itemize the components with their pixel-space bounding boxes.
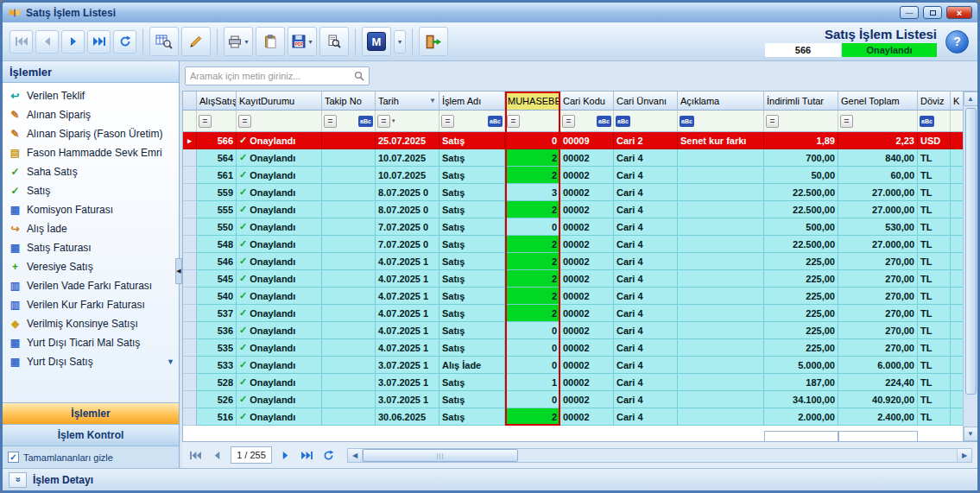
cell-doviz[interactable]: TL xyxy=(918,322,951,339)
cell-cari_unvani[interactable]: Cari 4 xyxy=(614,357,678,374)
table-row[interactable]: 546✓Onaylandı4.07.2025 1Satış200002Cari … xyxy=(183,253,963,270)
cell-cari_unvani[interactable]: Cari 4 xyxy=(614,253,678,270)
cell-k[interactable] xyxy=(951,184,963,201)
cell-muhasebe[interactable]: 2 xyxy=(505,201,560,218)
cell-durum[interactable]: ✓Onaylandı xyxy=(237,184,322,201)
cell-cari_kodu[interactable]: 00002 xyxy=(560,184,614,201)
column-header[interactable]: İşlem Adı xyxy=(439,92,505,111)
cell-cari_unvani[interactable]: Cari 4 xyxy=(614,391,678,408)
cell-no[interactable]: 540 xyxy=(197,288,237,305)
cell-aciklama[interactable] xyxy=(678,357,764,374)
cell-aciklama[interactable] xyxy=(678,149,764,167)
sidebar-panel-islem-kontrol[interactable]: İşlem Kontrol xyxy=(3,424,179,446)
cell-k[interactable] xyxy=(951,374,963,391)
table-row[interactable]: 550✓Onaylandı7.07.2025 0Satış000002Cari … xyxy=(183,218,963,236)
cell-cari_unvani[interactable]: Cari 4 xyxy=(614,149,678,167)
cell-durum[interactable]: ✓Onaylandı xyxy=(237,357,322,374)
cell-genel[interactable]: 27.000,00 xyxy=(838,236,918,253)
sidebar-item[interactable]: ▥Verilen Kur Farkı Faturası xyxy=(3,295,179,314)
cell-takip[interactable] xyxy=(322,288,376,305)
cell-doviz[interactable]: TL xyxy=(918,236,951,253)
cell-tarih[interactable]: 3.07.2025 1 xyxy=(376,357,439,374)
sidebar-item[interactable]: ▦Yurt Dışı Satış▼ xyxy=(3,352,179,371)
cell-takip[interactable] xyxy=(322,408,376,426)
cell-tarih[interactable]: 25.07.2025 xyxy=(376,132,439,149)
cell-muhasebe[interactable]: 2 xyxy=(505,149,560,167)
cell-doviz[interactable]: TL xyxy=(918,218,951,236)
cell-durum[interactable]: ✓Onaylandı xyxy=(237,374,322,391)
cell-doviz[interactable]: TL xyxy=(918,374,951,391)
cell-islem[interactable]: Satış xyxy=(439,167,505,184)
cell-genel[interactable]: 60,00 xyxy=(838,167,918,184)
cell-takip[interactable] xyxy=(322,167,376,184)
cell-genel[interactable]: 2.400,00 xyxy=(838,408,918,426)
cell-islem[interactable]: Satış xyxy=(439,305,505,322)
chevron-down-icon[interactable]: ▾ xyxy=(308,38,312,46)
cell-muhasebe[interactable]: 0 xyxy=(505,391,560,408)
cell-muhasebe[interactable]: 2 xyxy=(505,288,560,305)
cell-muhasebe[interactable]: 1 xyxy=(505,374,560,391)
abc-filter-icon[interactable]: aBc xyxy=(680,116,694,127)
column-header[interactable]: Döviz xyxy=(918,92,951,111)
cell-aciklama[interactable] xyxy=(678,236,764,253)
view-records-button[interactable] xyxy=(149,27,179,56)
cell-durum[interactable]: ✓Onaylandı xyxy=(237,339,322,357)
table-row[interactable]: 528✓Onaylandı3.07.2025 1Satış100002Cari … xyxy=(183,374,963,391)
table-row[interactable]: 537✓Onaylandı4.07.2025 1Satış200002Cari … xyxy=(183,305,963,322)
column-header[interactable]: AlışSatış xyxy=(197,92,237,111)
cell-takip[interactable] xyxy=(322,201,376,218)
table-row[interactable]: 526✓Onaylandı3.07.2025 1Satış000002Cari … xyxy=(183,391,963,408)
cell-cari_kodu[interactable]: 00002 xyxy=(560,339,614,357)
cell-tarih[interactable]: 4.07.2025 1 xyxy=(376,270,439,288)
cell-takip[interactable] xyxy=(322,270,376,288)
cell-doviz[interactable]: TL xyxy=(918,357,951,374)
chevron-down-icon[interactable]: ▾ xyxy=(244,38,248,46)
cell-takip[interactable] xyxy=(322,253,376,270)
cell-muhasebe[interactable]: 3 xyxy=(505,184,560,201)
cell-cari_kodu[interactable]: 00002 xyxy=(560,374,614,391)
filter-cell[interactable] xyxy=(951,111,963,132)
cell-no[interactable]: 526 xyxy=(197,391,237,408)
cell-cari_unvani[interactable]: Cari 4 xyxy=(614,236,678,253)
cell-durum[interactable]: ✓Onaylandı xyxy=(237,218,322,236)
cell-genel[interactable]: 270,00 xyxy=(838,322,918,339)
cell-k[interactable] xyxy=(951,305,963,322)
abc-filter-icon[interactable]: aBc xyxy=(616,116,630,127)
filter-cell[interactable]: = xyxy=(505,111,560,132)
cell-islem[interactable]: Satış xyxy=(439,288,505,305)
column-header[interactable]: Tarih▼ xyxy=(376,92,439,111)
cell-doviz[interactable]: TL xyxy=(918,149,951,167)
filter-cell[interactable]: = xyxy=(764,111,838,132)
cell-muhasebe[interactable]: 2 xyxy=(505,253,560,270)
column-header[interactable]: KayıtDurumu xyxy=(237,92,322,111)
cell-k[interactable] xyxy=(951,201,963,218)
cell-durum[interactable]: ✓Onaylandı xyxy=(237,288,322,305)
cell-cari_kodu[interactable]: 00002 xyxy=(560,236,614,253)
table-row[interactable]: 559✓Onaylandı8.07.2025 0Satış300002Cari … xyxy=(183,184,963,201)
cell-durum[interactable]: ✓Onaylandı xyxy=(237,236,322,253)
cell-genel[interactable]: 27.000,00 xyxy=(838,201,918,218)
close-button[interactable]: × xyxy=(946,6,972,19)
cell-cari_unvani[interactable]: Cari 4 xyxy=(614,288,678,305)
minimize-button[interactable]: — xyxy=(900,6,919,19)
cell-islem[interactable]: Satış xyxy=(439,218,505,236)
cell-takip[interactable] xyxy=(322,218,376,236)
cell-tarih[interactable]: 8.07.2025 0 xyxy=(376,184,439,201)
cell-indirimli[interactable]: 225,00 xyxy=(764,339,838,357)
cell-cari_unvani[interactable]: Cari 4 xyxy=(614,270,678,288)
cell-cari_unvani[interactable]: Cari 4 xyxy=(614,201,678,218)
column-header[interactable]: İndirimli Tutar xyxy=(764,92,838,111)
cell-islem[interactable]: Satış xyxy=(439,374,505,391)
exit-button[interactable] xyxy=(419,27,448,56)
cell-indirimli[interactable]: 5.000,00 xyxy=(764,357,838,374)
pager-first-button[interactable] xyxy=(186,446,205,465)
cell-genel[interactable]: 270,00 xyxy=(838,305,918,322)
cell-k[interactable] xyxy=(951,236,963,253)
sidebar-item[interactable]: ▤Fason Hammadde Sevk Emri xyxy=(3,143,179,162)
cell-k[interactable] xyxy=(951,339,963,357)
filter-cell[interactable]: = xyxy=(237,111,322,132)
cell-indirimli[interactable]: 1,89 xyxy=(764,132,838,149)
cell-indirimli[interactable]: 700,00 xyxy=(764,149,838,167)
cell-aciklama[interactable] xyxy=(678,270,764,288)
search-icon[interactable] xyxy=(354,71,364,81)
